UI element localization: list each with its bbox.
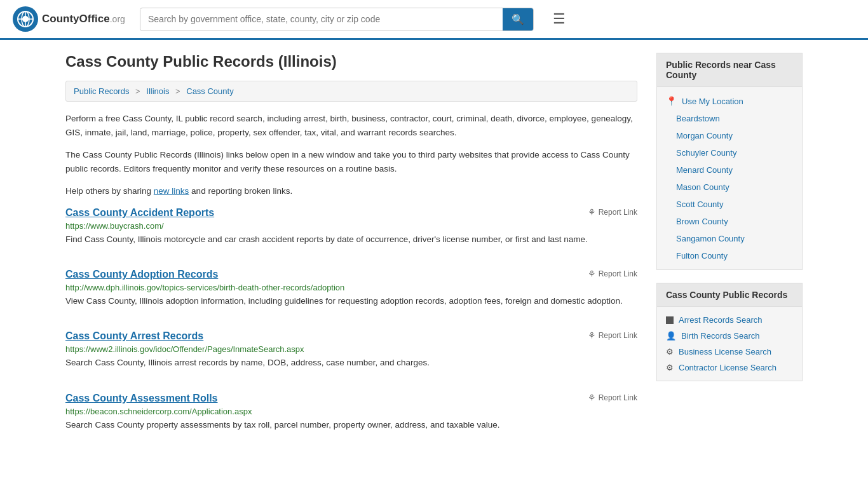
records-sidebar-item: ⚙Contractor License Search [657,360,802,376]
cass-records-links: Arrest Records Search👤Birth Records Sear… [657,307,802,381]
report-icon-0: ⚘ [588,207,596,217]
breadcrumb-illinois[interactable]: Illinois [146,86,169,96]
record-entry: Cass County Adoption Records ⚘ Report Li… [65,269,637,314]
breadcrumb-sep-1: > [135,86,140,96]
cass-records-header: Cass County Public Records [657,283,802,307]
logo-text: CountyOffice.org [42,13,125,25]
nearby-link-0[interactable]: Use My Location [682,97,743,106]
nearby-link-item: Fulton County [657,247,802,264]
nearby-links: 📍Use My LocationBeardstownMorgan CountyS… [657,87,802,269]
gear-icon: ⚙ [666,347,674,356]
nearby-link-item: Mason County [657,179,802,196]
description-p3: Help others by sharing new links and rep… [65,184,637,198]
person-icon: 👤 [666,331,676,341]
records-sidebar-link-3[interactable]: Contractor License Search [679,363,776,372]
nearby-link-item: 📍Use My Location [657,92,802,110]
logo-icon [13,6,38,32]
report-icon-2: ⚘ [588,330,596,341]
report-icon-3: ⚘ [588,393,596,403]
record-entry: Cass County Assessment Rolls ⚘ Report Li… [65,393,637,438]
description-p1: Perform a free Cass County, IL public re… [65,112,637,139]
logo-area: CountyOffice.org [13,6,127,32]
nearby-link-item: Sangamon County [657,230,802,247]
nearby-link-8[interactable]: Sangamon County [676,234,745,243]
nearby-link-9[interactable]: Fulton County [676,251,728,261]
records-sidebar-link-1[interactable]: Birth Records Search [681,331,760,341]
records-sidebar-item: 👤Birth Records Search [657,328,802,344]
record-header: Cass County Adoption Records ⚘ Report Li… [65,269,637,280]
square-icon [666,316,674,324]
record-entry: Cass County Accident Reports ⚘ Report Li… [65,207,637,252]
nearby-link-4[interactable]: Menard County [676,165,733,175]
site-header: CountyOffice.org 🔍 ☰ [0,0,868,40]
breadcrumb-cass-county[interactable]: Cass County [186,86,233,96]
nearby-link-item: Schuyler County [657,144,802,161]
records-sidebar-link-2[interactable]: Business License Search [679,347,771,356]
records-sidebar-item: ⚙Business License Search [657,344,802,360]
nearby-link-7[interactable]: Brown County [676,217,728,226]
nearby-link-5[interactable]: Mason County [676,182,729,192]
report-link-0[interactable]: ⚘ Report Link [588,207,637,217]
search-bar[interactable]: 🔍 [140,8,534,31]
record-desc-0: Find Cass County, Illinois motorcycle an… [65,233,637,246]
nearby-link-item: Beardstown [657,110,802,127]
gear-icon: ⚙ [666,363,674,372]
records-sidebar-item: Arrest Records Search [657,312,802,328]
record-entry: Cass County Arrest Records ⚘ Report Link… [65,330,637,376]
nearby-link-item: Menard County [657,161,802,179]
record-url-0[interactable]: https://www.buycrash.com/ [65,221,637,231]
record-title-1[interactable]: Cass County Adoption Records [65,269,218,280]
cass-records-section: Cass County Public Records Arrest Record… [656,283,803,381]
search-button[interactable]: 🔍 [503,8,533,30]
search-input[interactable] [140,9,503,29]
nearby-link-item: Morgan County [657,127,802,144]
report-link-3[interactable]: ⚘ Report Link [588,393,637,403]
record-header: Cass County Accident Reports ⚘ Report Li… [65,207,637,219]
record-title-0[interactable]: Cass County Accident Reports [65,207,214,219]
record-title-3[interactable]: Cass County Assessment Rolls [65,393,217,404]
records-sidebar-link-0[interactable]: Arrest Records Search [679,315,763,325]
record-desc-2: Search Cass County, Illinois arrest reco… [65,356,637,369]
record-header: Cass County Arrest Records ⚘ Report Link [65,330,637,342]
report-link-1[interactable]: ⚘ Report Link [588,269,637,279]
new-links-link[interactable]: new links [154,186,189,196]
record-url-1[interactable]: http://www.dph.illinois.gov/topics-servi… [65,283,637,292]
description-p2: The Cass County Public Records (Illinois… [65,148,637,175]
nearby-link-1[interactable]: Beardstown [676,114,720,123]
page-title: Cass County Public Records (Illinois) [65,53,637,71]
record-url-3[interactable]: https://beacon.schneidercorp.com/Applica… [65,407,637,416]
nearby-link-2[interactable]: Morgan County [676,131,733,140]
content-area: Cass County Public Records (Illinois) Pu… [65,53,637,454]
record-header: Cass County Assessment Rolls ⚘ Report Li… [65,393,637,404]
location-icon: 📍 [666,96,677,106]
records-list: Cass County Accident Reports ⚘ Report Li… [65,207,637,438]
breadcrumb-sep-2: > [175,86,180,96]
nearby-header: Public Records near Cass County [657,53,802,87]
nearby-link-3[interactable]: Schuyler County [676,148,736,158]
record-desc-1: View Cass County, Illinois adoption info… [65,295,637,308]
main-container: Cass County Public Records (Illinois) Pu… [53,40,815,467]
record-title-2[interactable]: Cass County Arrest Records [65,330,203,342]
nearby-section: Public Records near Cass County 📍Use My … [656,53,803,270]
nearby-link-item: Scott County [657,196,802,213]
breadcrumb: Public Records > Illinois > Cass County [65,81,637,102]
hamburger-menu[interactable]: ☰ [553,11,566,27]
breadcrumb-public-records[interactable]: Public Records [74,86,129,96]
nearby-link-6[interactable]: Scott County [676,200,723,209]
record-desc-3: Search Cass County property assessments … [65,419,637,431]
report-link-2[interactable]: ⚘ Report Link [588,330,637,341]
record-url-2[interactable]: https://www2.illinois.gov/idoc/Offender/… [65,344,637,354]
nearby-link-item: Brown County [657,213,802,230]
report-icon-1: ⚘ [588,269,596,279]
sidebar: Public Records near Cass County 📍Use My … [656,53,803,454]
